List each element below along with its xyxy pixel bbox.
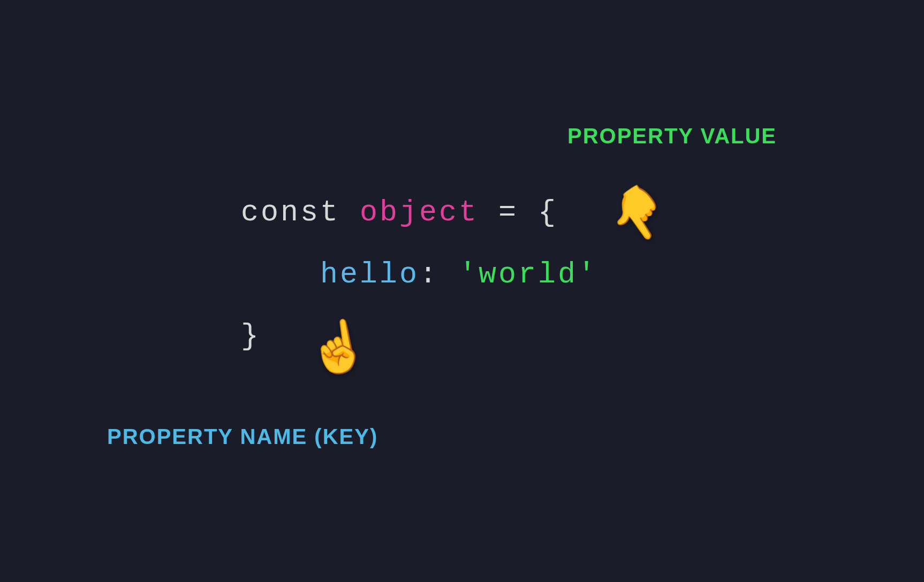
property-value-string: 'world' [459,258,597,292]
diagram-canvas: PROPERTY VALUE const object = { hello: '… [0,0,924,582]
indent [241,258,320,292]
close-brace: } [241,319,261,353]
property-key: hello [320,258,419,292]
point-down-left-icon: 👇 [602,179,680,255]
keyword-const: const [241,196,360,229]
code-line-3: } [241,305,597,367]
assign-open-brace: = { [479,196,558,229]
point-up-icon: ☝️ [304,321,373,381]
code-line-1: const object = { [241,182,597,244]
code-line-2: hello: 'world' [241,244,597,306]
property-key-label: PROPERTY NAME (KEY) [107,425,378,449]
code-block: const object = { hello: 'world' } [241,182,597,367]
identifier-object: object [360,196,479,229]
property-value-label: PROPERTY VALUE [567,124,777,148]
colon: : [419,258,459,292]
